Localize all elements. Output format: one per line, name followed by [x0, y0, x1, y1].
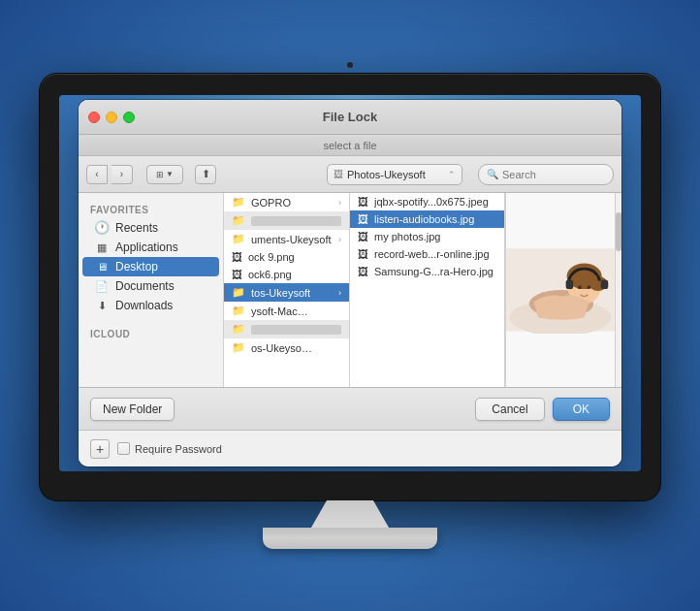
list-item[interactable]: 🖼 jqbx-spotify...0x675.jpeg — [350, 193, 504, 210]
sidebar-documents-label: Documents — [115, 279, 175, 293]
svg-point-7 — [587, 285, 590, 289]
ok-button[interactable]: OK — [553, 398, 610, 421]
dialog-toolbar: ‹ › ⊞ ▼ ⬆ 🖼 — [79, 156, 621, 193]
list-item[interactable]: 📁 — [224, 320, 349, 338]
image-icon: 🖼 — [232, 251, 242, 263]
search-input[interactable] — [502, 169, 599, 180]
camera-dot — [347, 62, 353, 68]
stand-neck — [311, 500, 389, 528]
chevron-right-icon: › — [338, 235, 341, 244]
dialog-subtitle-text: select a file — [323, 140, 376, 151]
view-button[interactable]: ⊞ ▼ — [146, 165, 183, 184]
require-password-checkbox[interactable] — [117, 442, 130, 455]
dialog-titlebar: File Lock — [79, 100, 621, 135]
view-arrow: ▼ — [166, 170, 174, 178]
folder-icon: 📁 — [232, 341, 245, 354]
recents-icon: 🕐 — [94, 220, 110, 235]
forward-button[interactable]: › — [111, 165, 133, 184]
close-button[interactable] — [88, 112, 100, 123]
list-item[interactable]: 📁 tos-Ukeysoft › — [224, 283, 349, 302]
search-bar[interactable]: 🔍 — [478, 164, 614, 185]
file-name — [251, 325, 341, 335]
list-item[interactable]: 📁 — [224, 211, 349, 230]
list-item[interactable]: 🖼 listen-audiobooks.jpg — [350, 210, 504, 228]
list-item[interactable]: 📁 GOPRO › — [224, 193, 349, 211]
dialog-title: File Lock — [323, 110, 377, 124]
traffic-lights — [88, 112, 135, 123]
scrollbar-thumb[interactable] — [616, 212, 621, 251]
file-name: Samsung-G...ra-Hero.jpg — [374, 266, 496, 277]
folder-icon: 📁 — [232, 323, 245, 336]
maximize-button[interactable] — [123, 112, 135, 123]
sidebar: Favorites 🕐 Recents ▦ Applications 🖥 Des… — [79, 193, 224, 387]
image-icon: 🖼 — [358, 213, 368, 225]
file-column-2: 🖼 jqbx-spotify...0x675.jpeg 🖼 listen-aud… — [350, 193, 505, 387]
preview-image — [506, 246, 615, 334]
applications-icon: ▦ — [94, 241, 110, 254]
list-item[interactable]: 🖼 my photos.jpg — [350, 228, 504, 245]
sidebar-item-recents[interactable]: 🕐 Recents — [82, 217, 219, 238]
back-icon: ‹ — [95, 169, 98, 179]
app-bottom-bar: + Require Password — [79, 430, 621, 466]
list-item[interactable]: 📁 os-Ukeyso… — [224, 338, 349, 357]
downloads-icon: ⬇ — [94, 300, 110, 312]
image-icon: 🖼 — [358, 196, 368, 208]
folder-icon: 📁 — [232, 305, 245, 317]
list-item[interactable]: 🖼 record-web...r-online.jpg — [350, 245, 504, 263]
stand-base — [263, 528, 437, 549]
sidebar-item-desktop[interactable]: 🖥 Desktop — [82, 257, 219, 276]
sidebar-recents-label: Recents — [115, 221, 158, 235]
svg-point-6 — [578, 285, 582, 289]
cancel-button[interactable]: Cancel — [475, 398, 544, 421]
require-password-container: Require Password — [117, 442, 222, 455]
action-button[interactable]: ⬆ — [195, 165, 216, 184]
sidebar-item-documents[interactable]: 📄 Documents — [82, 276, 219, 296]
minimize-button[interactable] — [106, 112, 117, 123]
add-button[interactable]: + — [90, 439, 110, 459]
file-name — [251, 216, 341, 226]
list-item[interactable]: 🖼 Samsung-G...ra-Hero.jpg — [350, 263, 504, 280]
list-item[interactable]: 📁 ysoft-Mac… — [224, 302, 349, 320]
image-icon: 🖼 — [358, 266, 368, 277]
plus-icon: + — [96, 441, 104, 457]
chevron-right-icon: › — [338, 198, 341, 208]
location-dropdown-icon: ⌃ — [448, 170, 456, 179]
icloud-label: iCloud — [79, 325, 223, 341]
dialog-content: Favorites 🕐 Recents ▦ Applications 🖥 Des… — [79, 193, 621, 387]
image-icon: 🖼 — [232, 269, 242, 280]
documents-icon: 📄 — [94, 280, 110, 293]
sidebar-item-applications[interactable]: ▦ Applications — [82, 238, 219, 257]
file-name: GOPRO — [251, 197, 333, 209]
sidebar-applications-label: Applications — [115, 241, 178, 254]
list-item[interactable]: 📁 uments-Ukeysoft › — [224, 230, 349, 248]
desktop-icon: 🖥 — [94, 261, 110, 273]
require-password-label: Require Password — [135, 443, 222, 455]
folder-icon: 📁 — [232, 196, 245, 209]
file-name: os-Ukeyso… — [251, 342, 341, 354]
file-columns: 📁 GOPRO › 📁 📁 uments-Ukeysoft — [224, 193, 621, 387]
search-icon: 🔍 — [487, 169, 498, 179]
list-item[interactable]: 🖼 ock 9.png — [224, 248, 349, 266]
imac-computer: File Lock select a file ‹ › ⊞ — [40, 62, 660, 549]
list-item[interactable]: 🖼 ock6.png — [224, 266, 349, 283]
location-bar[interactable]: 🖼 Photos-Ukeysoft ⌃ — [327, 164, 462, 185]
dialog-subtitle: select a file — [79, 135, 621, 156]
file-name: tos-Ukeysoft — [251, 287, 333, 299]
folder-icon: 📁 — [232, 233, 245, 245]
file-name: ock6.png — [248, 269, 341, 280]
back-button[interactable]: ‹ — [86, 165, 108, 184]
screen-bezel: File Lock select a file ‹ › ⊞ — [40, 74, 660, 500]
preview-column — [505, 193, 615, 387]
file-column-1: 📁 GOPRO › 📁 📁 uments-Ukeysoft — [224, 193, 350, 387]
sidebar-item-downloads[interactable]: ⬇ Downloads — [82, 296, 219, 315]
location-text: Photos-Ukeysoft — [347, 169, 444, 180]
chevron-right-icon: › — [338, 288, 341, 298]
scrollbar[interactable] — [615, 193, 621, 387]
view-icon: ⊞ — [156, 170, 164, 179]
file-name: ock 9.png — [248, 251, 341, 263]
forward-icon: › — [120, 169, 123, 179]
action-icon: ⬆ — [202, 168, 210, 180]
new-folder-button[interactable]: New Folder — [90, 398, 175, 421]
file-name: my photos.jpg — [374, 231, 496, 242]
screen: File Lock select a file ‹ › ⊞ — [59, 95, 641, 471]
